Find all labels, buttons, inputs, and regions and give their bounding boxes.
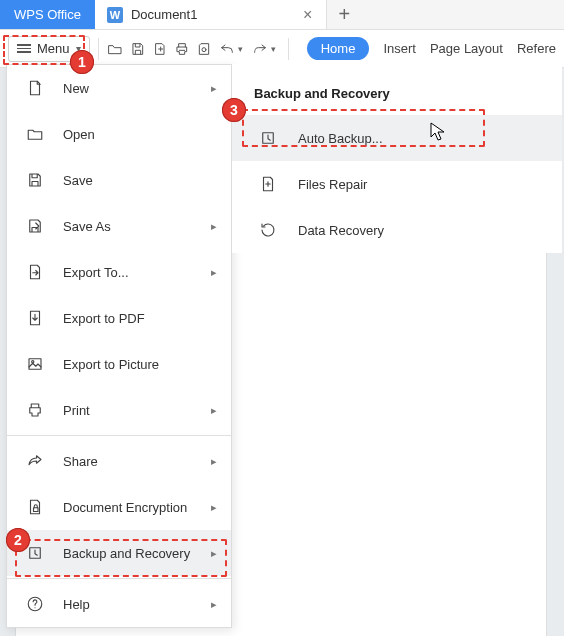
menu-label: Document Encryption (63, 500, 187, 515)
app-badge: WPS Office (0, 0, 95, 29)
annotation-badge-3: 3 (222, 98, 246, 122)
submenu-label: Files Repair (298, 177, 367, 192)
menu-label: Export to Picture (63, 357, 159, 372)
chevron-right-icon: ▸ (211, 501, 217, 514)
menu-label: Save As (63, 219, 111, 234)
save-disk-icon (25, 170, 45, 190)
svg-rect-1 (29, 359, 41, 370)
menu-label: Export to PDF (63, 311, 145, 326)
chevron-right-icon: ▸ (211, 404, 217, 417)
export-picture-icon (25, 354, 45, 374)
undo-icon[interactable] (217, 38, 235, 60)
output-icon[interactable] (151, 38, 169, 60)
menu-label: Help (63, 597, 90, 612)
submenu-label: Data Recovery (298, 223, 384, 238)
export-icon (25, 262, 45, 282)
menu-item-backup-recovery[interactable]: Backup and Recovery ▸ (7, 530, 231, 576)
menu-separator (7, 578, 231, 579)
hamburger-icon (17, 44, 31, 53)
files-repair-icon (258, 174, 278, 194)
menu-item-encryption[interactable]: Document Encryption ▸ (7, 484, 231, 530)
print-icon[interactable] (173, 38, 191, 60)
ribbon-tab-home[interactable]: Home (307, 37, 370, 60)
backup-submenu-panel: Backup and Recovery Auto Backup... Files… (232, 64, 562, 253)
submenu-item-data-recovery[interactable]: Data Recovery (232, 207, 562, 253)
submenu-label: Auto Backup... (298, 131, 383, 146)
ribbon-tabs: Home Insert Page Layout Refere (307, 37, 556, 60)
svg-point-0 (202, 47, 206, 51)
menu-label: Share (63, 454, 98, 469)
print-icon (25, 400, 45, 420)
auto-backup-icon (258, 128, 278, 148)
menu-label: New (63, 81, 89, 96)
preview-icon[interactable] (195, 38, 213, 60)
menu-item-save[interactable]: Save (7, 157, 231, 203)
menu-label: Backup and Recovery (63, 546, 190, 561)
menu-item-export-picture[interactable]: Export to Picture (7, 341, 231, 387)
chevron-right-icon: ▸ (211, 547, 217, 560)
menu-item-share[interactable]: Share ▸ (7, 438, 231, 484)
share-icon (25, 451, 45, 471)
chevron-right-icon: ▸ (211, 82, 217, 95)
menu-item-export-to[interactable]: Export To... ▸ (7, 249, 231, 295)
help-icon (25, 594, 45, 614)
menu-item-open[interactable]: Open (7, 111, 231, 157)
doc-type-icon: W (107, 7, 123, 23)
redo-dropdown-icon[interactable]: ▾ (271, 44, 276, 54)
menu-label: Open (63, 127, 95, 142)
annotation-badge-2: 2 (6, 528, 30, 552)
menu-label: Export To... (63, 265, 129, 280)
data-recovery-icon (258, 220, 278, 240)
annotation-badge-1: 1 (70, 50, 94, 74)
chevron-right-icon: ▸ (211, 220, 217, 233)
undo-dropdown-icon[interactable]: ▾ (238, 44, 243, 54)
main-menu-panel: New ▸ Open Save Save As ▸ Export To... ▸… (6, 64, 232, 628)
title-bar: WPS Office W Document1 × + (0, 0, 564, 30)
svg-rect-3 (34, 508, 39, 512)
close-tab-icon[interactable]: × (299, 6, 316, 24)
ribbon-tab-insert[interactable]: Insert (383, 41, 416, 56)
submenu-title: Backup and Recovery (232, 64, 562, 115)
menu-item-new[interactable]: New ▸ (7, 65, 231, 111)
save-as-icon (25, 216, 45, 236)
mouse-cursor-icon (430, 122, 446, 145)
menu-item-print[interactable]: Print ▸ (7, 387, 231, 433)
new-tab-button[interactable]: + (327, 0, 361, 29)
divider (288, 38, 289, 60)
menu-item-save-as[interactable]: Save As ▸ (7, 203, 231, 249)
ribbon-tab-references[interactable]: Refere (517, 41, 556, 56)
open-icon[interactable] (106, 38, 124, 60)
menu-separator (7, 435, 231, 436)
submenu-item-files-repair[interactable]: Files Repair (232, 161, 562, 207)
menu-button-label: Menu (37, 41, 70, 56)
document-tab[interactable]: W Document1 × (95, 0, 327, 29)
document-title: Document1 (131, 7, 291, 22)
lock-document-icon (25, 497, 45, 517)
save-icon[interactable] (129, 38, 147, 60)
ribbon-tab-page-layout[interactable]: Page Layout (430, 41, 503, 56)
chevron-right-icon: ▸ (211, 266, 217, 279)
open-folder-icon (25, 124, 45, 144)
export-pdf-icon (25, 308, 45, 328)
menu-item-export-pdf[interactable]: Export to PDF (7, 295, 231, 341)
svg-point-2 (32, 361, 34, 363)
chevron-right-icon: ▸ (211, 598, 217, 611)
menu-label: Save (63, 173, 93, 188)
menu-label: Print (63, 403, 90, 418)
submenu-item-auto-backup[interactable]: Auto Backup... (232, 115, 562, 161)
menu-item-help[interactable]: Help ▸ (7, 581, 231, 627)
divider (98, 38, 99, 60)
chevron-right-icon: ▸ (211, 455, 217, 468)
redo-icon[interactable] (251, 38, 269, 60)
new-file-icon (25, 78, 45, 98)
